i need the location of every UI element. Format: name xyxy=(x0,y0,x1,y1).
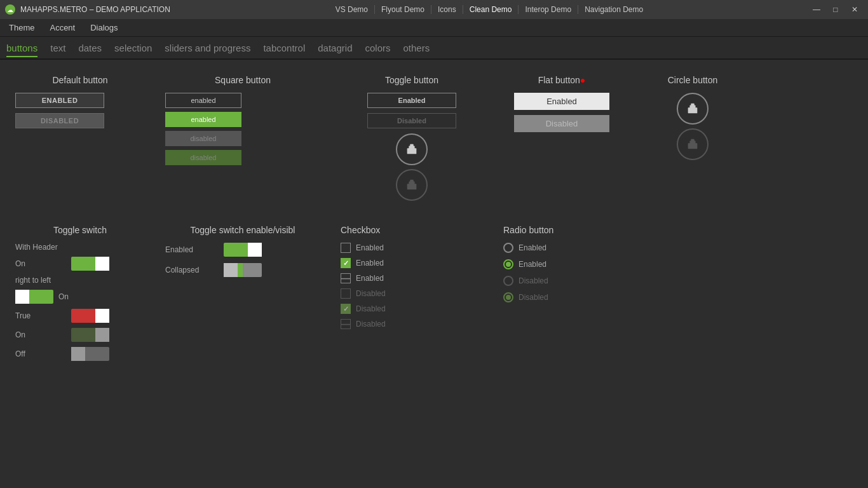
nav-interop-demo[interactable]: Interop Demo xyxy=(519,5,578,14)
radio-selected-disabled xyxy=(503,292,513,302)
checkbox-row-5: ✓ Disabled xyxy=(341,304,483,314)
radio-row-2: Enabled xyxy=(503,259,620,269)
nav-icons[interactable]: Icons xyxy=(431,5,463,14)
tab-selection[interactable]: selection xyxy=(114,40,152,56)
circle-button-title: Circle button xyxy=(641,75,745,85)
toggle-circle-enabled-button[interactable] xyxy=(396,133,428,165)
svg-rect-5 xyxy=(410,180,414,182)
checkbox-label-3: Enabled xyxy=(356,274,384,283)
toggle-rtl-thumb xyxy=(15,290,29,304)
checkbox-row-2: ✓ Enabled xyxy=(341,258,483,268)
default-enabled-button[interactable]: ENABLED xyxy=(15,93,104,108)
toggle-rtl-right-label: On xyxy=(58,292,109,301)
tab-navigation: buttons text dates selection sliders and… xyxy=(0,37,868,60)
toggle-on2-thumb xyxy=(95,328,109,342)
radio-label-3: Disabled xyxy=(519,276,548,285)
tab-colors[interactable]: colors xyxy=(365,40,390,56)
flat-button-title: Flat button● xyxy=(503,75,620,85)
titlebar-nav: VS Demo Flyout Demo Icons Clean Demo Int… xyxy=(329,5,650,14)
toggle-switch-on2-row: On xyxy=(15,328,145,342)
tab-dates[interactable]: dates xyxy=(78,40,102,56)
tab-others[interactable]: others xyxy=(403,40,430,56)
maximize-button[interactable]: □ xyxy=(827,3,844,16)
checkbox-title: Checkbox xyxy=(341,225,483,235)
flat-enabled-button[interactable]: Enabled xyxy=(514,93,609,110)
flat-disabled-button: Disabled xyxy=(514,115,609,132)
circle-button-section: Circle button xyxy=(635,70,750,210)
checkbox-label-5: Disabled xyxy=(356,304,386,313)
toggle-ev-collapsed-label: Collapsed xyxy=(165,266,216,274)
checkbox-checked-disabled: ✓ xyxy=(341,304,351,314)
square-enabled-button-2[interactable]: enabled xyxy=(165,112,241,127)
checkbox-row-6: — Disabled xyxy=(341,319,483,329)
checkbox-indeterminate-disabled: — xyxy=(341,319,351,329)
app-title: MAHAPPS.METRO – DEMO APPLICATION xyxy=(20,5,170,14)
checkbox-checked-enabled[interactable]: ✓ xyxy=(341,258,351,268)
toggle-ev-collapsed-row: Collapsed xyxy=(165,263,320,277)
tab-tabcontrol[interactable]: tabcontrol xyxy=(263,40,305,56)
checkbox-row-1: Enabled xyxy=(341,243,483,253)
menu-dialogs[interactable]: Dialogs xyxy=(84,20,124,35)
menu-accent[interactable]: Accent xyxy=(43,20,81,35)
toggle-button-title: Toggle button xyxy=(341,75,483,85)
circle-disabled-button xyxy=(677,128,709,160)
minimize-button[interactable]: — xyxy=(808,3,825,16)
nav-flyout-demo[interactable]: Flyout Demo xyxy=(375,5,431,14)
radio-inner-disabled xyxy=(506,295,511,300)
square-disabled-button-1: disabled xyxy=(165,131,241,146)
tab-sliders[interactable]: sliders and progress xyxy=(165,40,250,56)
app-icon: ☁ xyxy=(5,4,15,15)
default-button-title: Default button xyxy=(15,75,145,85)
checkbox-label-1: Enabled xyxy=(356,243,384,252)
radio-label-4: Disabled xyxy=(519,293,548,302)
tab-text[interactable]: text xyxy=(50,40,65,56)
toggle-rtl-track[interactable] xyxy=(15,290,53,304)
toggle-ev-section: Toggle switch enable/visibl Enabled Coll… xyxy=(160,220,325,371)
checkbox-section: Checkbox Enabled ✓ Enabled — Enabled Dis… xyxy=(336,220,488,371)
toggle-on2-label: On xyxy=(15,330,66,339)
titlebar-left: ☁ MAHAPPS.METRO – DEMO APPLICATION xyxy=(5,4,170,15)
nav-clean-demo[interactable]: Clean Demo xyxy=(463,5,519,14)
nav-vs-demo[interactable]: VS Demo xyxy=(329,5,375,14)
toggle-switch-off-row: Off xyxy=(15,347,145,361)
toggle-ev-collapsed-track xyxy=(224,263,262,277)
toggle-on-label: On xyxy=(15,259,66,268)
toggle-on-thumb xyxy=(95,257,109,271)
toggle-true-track[interactable] xyxy=(71,309,109,323)
checkbox-label-4: Disabled xyxy=(356,289,386,298)
square-enabled-button-1[interactable]: enabled xyxy=(165,93,241,108)
toggle-ev-enabled-track[interactable] xyxy=(224,243,262,257)
default-button-section: Default button ENABLED DISABLED xyxy=(10,70,150,210)
menubar: Theme Accent Dialogs xyxy=(0,19,868,37)
radio-label-1: Enabled xyxy=(519,243,546,252)
toggle-off-label: Off xyxy=(15,349,66,358)
close-button[interactable]: ✕ xyxy=(846,3,863,16)
checkbox-label-6: Disabled xyxy=(356,320,386,329)
square-button-section: Square button enabled enabled disabled d… xyxy=(160,70,325,210)
radio-selected-enabled[interactable] xyxy=(503,259,513,269)
toggle-ev-enabled-label: Enabled xyxy=(165,245,216,254)
checkbox-row-3: — Enabled xyxy=(341,273,483,283)
tab-datagrid[interactable]: datagrid xyxy=(318,40,352,56)
menu-theme[interactable]: Theme xyxy=(3,20,41,35)
checkbox-indeterminate-enabled[interactable]: — xyxy=(341,273,351,283)
toggle-on-track[interactable] xyxy=(71,257,109,271)
tab-buttons[interactable]: buttons xyxy=(6,40,37,57)
indeterminate-disabled-icon: — xyxy=(341,319,350,329)
radio-row-3: Disabled xyxy=(503,276,620,286)
toggle-ev-enabled-row: Enabled xyxy=(165,243,320,257)
toggle-enabled-button[interactable]: Enabled xyxy=(367,93,456,108)
svg-rect-11 xyxy=(691,139,695,142)
toggle-switch-true-row: True xyxy=(15,309,145,323)
toggle-switch-title: Toggle switch xyxy=(15,225,145,235)
radio-empty-enabled[interactable] xyxy=(503,243,513,253)
checkbox-empty-enabled[interactable] xyxy=(341,243,351,253)
nav-navigation-demo[interactable]: Navigation Demo xyxy=(578,5,649,14)
toggle-off-thumb xyxy=(71,347,85,361)
square-button-title: Square button xyxy=(165,75,320,85)
toggle-ev-title: Toggle switch enable/visibl xyxy=(165,225,320,235)
default-disabled-button: DISABLED xyxy=(15,113,104,128)
circle-enabled-button[interactable] xyxy=(677,93,709,125)
square-disabled-button-2: disabled xyxy=(165,150,241,165)
toggle-switch-header-label: With Header xyxy=(15,243,66,252)
